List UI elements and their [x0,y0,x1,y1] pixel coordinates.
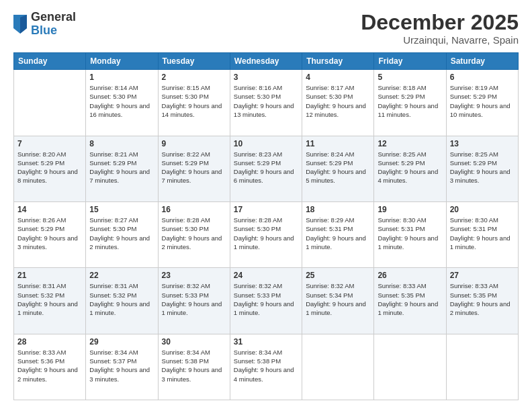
day-info: Sunrise: 8:29 AMSunset: 5:31 PMDaylight:… [306,216,370,251]
day-number: 13 [450,139,515,148]
month-title: December 2025 [361,11,519,34]
calendar-cell: 25Sunrise: 8:32 AMSunset: 5:34 PMDayligh… [302,268,374,334]
svg-marker-1 [20,15,27,34]
day-number: 15 [89,205,154,214]
calendar-cell: 10Sunrise: 8:23 AMSunset: 5:29 PMDayligh… [230,136,302,201]
day-number: 9 [162,139,226,148]
day-info: Sunrise: 8:28 AMSunset: 5:30 PMDaylight:… [162,216,226,251]
day-info: Sunrise: 8:28 AMSunset: 5:30 PMDaylight:… [234,216,298,251]
calendar-cell: 7Sunrise: 8:20 AMSunset: 5:29 PMDaylight… [14,136,86,201]
day-info: Sunrise: 8:34 AMSunset: 5:38 PMDaylight:… [234,348,298,383]
day-info: Sunrise: 8:30 AMSunset: 5:31 PMDaylight:… [378,216,442,251]
day-info: Sunrise: 8:23 AMSunset: 5:29 PMDaylight:… [234,150,298,185]
logo-blue: Blue [31,24,76,38]
calendar-header-wednesday: Wednesday [230,53,302,70]
calendar-cell: 12Sunrise: 8:25 AMSunset: 5:29 PMDayligh… [374,136,446,201]
page: General Blue December 2025 Urzainqui, Na… [0,0,532,411]
day-number: 4 [306,73,370,82]
day-number: 6 [450,73,515,82]
day-number: 20 [450,205,515,214]
day-number: 18 [306,205,370,214]
day-info: Sunrise: 8:30 AMSunset: 5:31 PMDaylight:… [450,216,515,251]
calendar-cell: 30Sunrise: 8:34 AMSunset: 5:38 PMDayligh… [158,334,230,400]
day-number: 12 [378,139,442,148]
calendar-week-row: 1Sunrise: 8:14 AMSunset: 5:30 PMDaylight… [14,70,519,136]
day-number: 11 [306,139,370,148]
calendar-cell: 19Sunrise: 8:30 AMSunset: 5:31 PMDayligh… [374,201,446,267]
calendar-week-row: 7Sunrise: 8:20 AMSunset: 5:29 PMDaylight… [14,136,519,201]
day-number: 17 [234,205,298,214]
day-number: 16 [162,205,226,214]
calendar-header-friday: Friday [374,53,446,70]
day-info: Sunrise: 8:16 AMSunset: 5:30 PMDaylight:… [234,83,298,119]
calendar-cell: 15Sunrise: 8:27 AMSunset: 5:30 PMDayligh… [86,201,158,267]
day-number: 7 [17,139,82,148]
calendar-cell [302,334,374,400]
day-info: Sunrise: 8:19 AMSunset: 5:29 PMDaylight:… [450,83,515,119]
calendar-cell: 20Sunrise: 8:30 AMSunset: 5:31 PMDayligh… [446,201,518,267]
day-number: 1 [89,73,154,82]
day-info: Sunrise: 8:25 AMSunset: 5:29 PMDaylight:… [378,150,442,185]
calendar-header-sunday: Sunday [14,53,86,70]
day-number: 24 [234,271,298,280]
day-number: 22 [89,271,154,280]
calendar-cell: 8Sunrise: 8:21 AMSunset: 5:29 PMDaylight… [86,136,158,201]
location: Urzainqui, Navarre, Spain [361,34,519,46]
calendar-cell: 26Sunrise: 8:33 AMSunset: 5:35 PMDayligh… [374,268,446,334]
calendar-header-saturday: Saturday [446,53,518,70]
calendar-cell: 3Sunrise: 8:16 AMSunset: 5:30 PMDaylight… [230,70,302,136]
calendar-cell: 13Sunrise: 8:25 AMSunset: 5:29 PMDayligh… [446,136,518,201]
calendar-cell: 27Sunrise: 8:33 AMSunset: 5:35 PMDayligh… [446,268,518,334]
calendar-header-row: SundayMondayTuesdayWednesdayThursdayFrid… [14,53,519,70]
calendar-cell: 17Sunrise: 8:28 AMSunset: 5:30 PMDayligh… [230,201,302,267]
day-info: Sunrise: 8:22 AMSunset: 5:29 PMDaylight:… [162,150,226,185]
day-info: Sunrise: 8:34 AMSunset: 5:38 PMDaylight:… [162,348,226,383]
day-number: 26 [378,271,442,280]
calendar-cell: 29Sunrise: 8:34 AMSunset: 5:37 PMDayligh… [86,334,158,400]
calendar-cell [446,334,518,400]
calendar-week-row: 14Sunrise: 8:26 AMSunset: 5:29 PMDayligh… [14,201,519,267]
day-number: 28 [17,337,82,347]
day-info: Sunrise: 8:17 AMSunset: 5:30 PMDaylight:… [306,83,370,119]
calendar-cell [374,334,446,400]
logo-icon [13,15,27,34]
calendar-cell: 9Sunrise: 8:22 AMSunset: 5:29 PMDaylight… [158,136,230,201]
calendar-cell: 11Sunrise: 8:24 AMSunset: 5:29 PMDayligh… [302,136,374,201]
day-number: 10 [234,139,298,148]
calendar-cell: 14Sunrise: 8:26 AMSunset: 5:29 PMDayligh… [14,201,86,267]
calendar-header-tuesday: Tuesday [158,53,230,70]
calendar-cell: 22Sunrise: 8:31 AMSunset: 5:32 PMDayligh… [86,268,158,334]
calendar-week-row: 28Sunrise: 8:33 AMSunset: 5:36 PMDayligh… [14,334,519,400]
day-number: 3 [234,73,298,82]
day-number: 2 [162,73,226,82]
calendar-cell: 23Sunrise: 8:32 AMSunset: 5:33 PMDayligh… [158,268,230,334]
day-number: 23 [162,271,226,280]
calendar-header-monday: Monday [86,53,158,70]
day-info: Sunrise: 8:27 AMSunset: 5:30 PMDaylight:… [89,216,154,251]
day-info: Sunrise: 8:31 AMSunset: 5:32 PMDaylight:… [89,281,154,317]
day-number: 31 [234,337,298,347]
day-number: 5 [378,73,442,82]
calendar-cell: 4Sunrise: 8:17 AMSunset: 5:30 PMDaylight… [302,70,374,136]
header: General Blue December 2025 Urzainqui, Na… [13,11,519,46]
day-info: Sunrise: 8:20 AMSunset: 5:29 PMDaylight:… [17,150,82,185]
day-info: Sunrise: 8:31 AMSunset: 5:32 PMDaylight:… [17,281,82,317]
day-number: 19 [378,205,442,214]
day-number: 8 [89,139,154,148]
calendar-cell: 24Sunrise: 8:32 AMSunset: 5:33 PMDayligh… [230,268,302,334]
day-info: Sunrise: 8:32 AMSunset: 5:33 PMDaylight:… [234,281,298,317]
calendar-cell: 21Sunrise: 8:31 AMSunset: 5:32 PMDayligh… [14,268,86,334]
day-info: Sunrise: 8:33 AMSunset: 5:36 PMDaylight:… [17,348,82,383]
day-info: Sunrise: 8:25 AMSunset: 5:29 PMDaylight:… [450,150,515,185]
calendar-cell: 16Sunrise: 8:28 AMSunset: 5:30 PMDayligh… [158,201,230,267]
calendar-header-thursday: Thursday [302,53,374,70]
day-info: Sunrise: 8:14 AMSunset: 5:30 PMDaylight:… [89,83,154,119]
day-info: Sunrise: 8:34 AMSunset: 5:37 PMDaylight:… [89,348,154,383]
calendar-week-row: 21Sunrise: 8:31 AMSunset: 5:32 PMDayligh… [14,268,519,334]
day-info: Sunrise: 8:33 AMSunset: 5:35 PMDaylight:… [450,281,515,317]
day-info: Sunrise: 8:21 AMSunset: 5:29 PMDaylight:… [89,150,154,185]
day-number: 14 [17,205,82,214]
day-info: Sunrise: 8:24 AMSunset: 5:29 PMDaylight:… [306,150,370,185]
day-info: Sunrise: 8:18 AMSunset: 5:29 PMDaylight:… [378,83,442,119]
calendar-cell: 5Sunrise: 8:18 AMSunset: 5:29 PMDaylight… [374,70,446,136]
